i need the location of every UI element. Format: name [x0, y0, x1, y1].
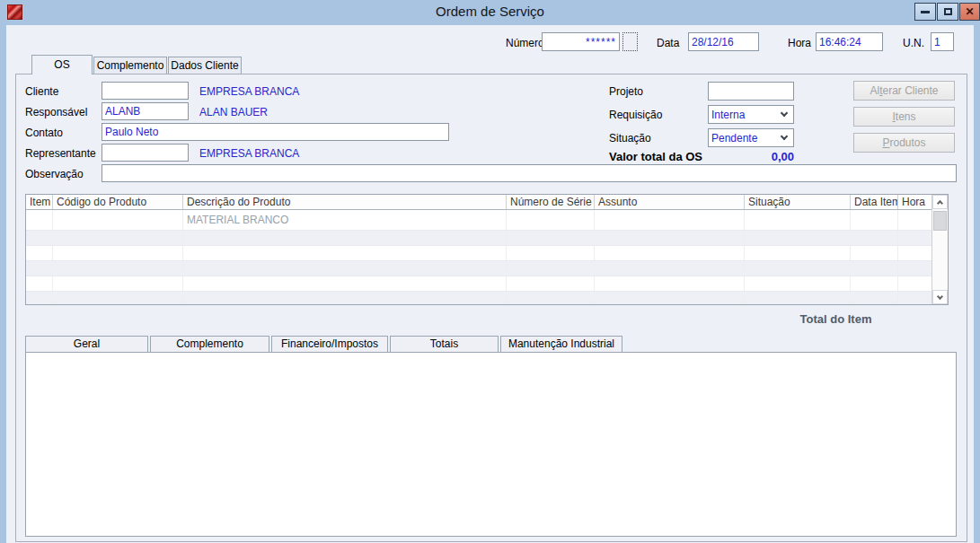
cell-hora: [898, 246, 931, 260]
window-title: Ordem de Serviço: [0, 4, 980, 19]
produtos-button[interactable]: Produtos: [853, 133, 955, 153]
cell-data-item: [851, 276, 898, 291]
column-header-assunto[interactable]: Assunto: [595, 195, 745, 209]
chevron-up-icon: [937, 200, 943, 206]
cell-situacao: [745, 276, 851, 291]
tab-complemento[interactable]: Complemento: [93, 57, 167, 74]
cell-numero-serie: [507, 261, 595, 276]
numero-label: Número: [506, 37, 544, 49]
table-row[interactable]: [26, 231, 948, 246]
cell-numero-serie: [507, 292, 595, 305]
maximize-icon: [944, 8, 952, 15]
minimize-icon: [921, 11, 930, 13]
tab-totais[interactable]: Totais: [390, 336, 499, 353]
cell-assunto: [595, 231, 745, 245]
observacao-input[interactable]: [102, 164, 957, 182]
service-order-window: Ordem de Serviço ✕ Número Data Hora U.N.…: [0, 0, 980, 543]
valor-total-value: 0,00: [710, 150, 794, 163]
button-label-part: tens: [896, 110, 916, 123]
data-input[interactable]: [688, 32, 759, 51]
column-header-situacao[interactable]: Situação: [745, 195, 851, 209]
maximize-button[interactable]: [937, 3, 958, 21]
representante-code-input[interactable]: [102, 144, 189, 162]
scroll-down-button[interactable]: [932, 290, 948, 304]
cliente-label: Cliente: [25, 85, 58, 98]
observacao-label: Observação: [25, 168, 84, 180]
tab-geral[interactable]: Geral: [25, 336, 148, 353]
cell-descricao: MATERIAL BRANCO: [183, 210, 507, 230]
situacao-select[interactable]: Pendente: [708, 128, 794, 147]
projeto-input[interactable]: [708, 82, 794, 101]
numero-browse-button[interactable]: [622, 32, 638, 51]
cell-descricao: [183, 231, 507, 245]
responsavel-label: Responsável: [25, 106, 87, 118]
table-row[interactable]: [26, 292, 948, 305]
cell-codigo: [53, 231, 183, 245]
data-label: Data: [657, 37, 679, 49]
scroll-up-button[interactable]: [932, 195, 948, 209]
valor-total-label: Valor total da OS: [609, 150, 702, 163]
table-row[interactable]: [26, 261, 948, 276]
column-header-item[interactable]: Item: [26, 195, 53, 209]
cell-descricao: [183, 292, 507, 305]
cliente-code-input[interactable]: [102, 82, 189, 100]
responsavel-code-input[interactable]: [102, 102, 189, 120]
cell-item: [26, 276, 53, 291]
scroll-thumb[interactable]: [933, 211, 947, 231]
representante-label: Representante: [25, 147, 96, 160]
cell-assunto: [595, 276, 745, 291]
table-row[interactable]: MATERIAL BRANCO: [26, 210, 948, 231]
un-label: U.N.: [903, 37, 924, 49]
cell-data-item: [851, 246, 898, 260]
column-header-descricao-produto[interactable]: Descrição do Produto: [183, 195, 507, 209]
cell-numero-serie: [507, 276, 595, 291]
itens-button[interactable]: Itens: [853, 107, 955, 127]
cell-assunto: [595, 261, 745, 276]
minimize-button[interactable]: [914, 3, 936, 21]
total-do-item-label: Total do Item: [753, 312, 919, 326]
cell-hora: [898, 261, 931, 276]
requisicao-value: Interna: [709, 109, 781, 121]
table-row[interactable]: [26, 246, 948, 261]
contato-input[interactable]: [102, 123, 449, 141]
situacao-label: Situação: [609, 132, 651, 145]
tab-manutencao-industrial[interactable]: Manutenção Industrial: [500, 336, 622, 353]
detail-panel: [25, 352, 957, 537]
column-header-numero-serie[interactable]: Número de Série: [507, 195, 595, 209]
cell-hora: [898, 231, 931, 245]
cliente-name-text: EMPRESA BRANCA: [199, 85, 299, 98]
cell-hora: [898, 292, 931, 305]
tab-financeiro-impostos[interactable]: Financeiro/Impostos: [271, 336, 388, 353]
column-header-hora[interactable]: Hora: [898, 195, 931, 209]
column-header-data-item[interactable]: Data Item: [851, 195, 898, 209]
un-input[interactable]: [931, 32, 954, 51]
cell-descricao: [183, 276, 507, 291]
cell-data-item: [851, 292, 898, 305]
numero-input[interactable]: [542, 32, 620, 51]
representante-name-text: EMPRESA BRANCA: [199, 147, 299, 160]
titlebar: Ordem de Serviço ✕: [0, 0, 980, 25]
table-row[interactable]: [26, 276, 948, 292]
button-label-part: rodutos: [889, 136, 925, 149]
button-label-part: erar Cliente: [882, 84, 938, 97]
projeto-label: Projeto: [609, 85, 643, 98]
hora-input[interactable]: [816, 32, 883, 51]
table-scrollbar: [931, 195, 948, 304]
close-button[interactable]: ✕: [959, 3, 980, 21]
requisicao-select[interactable]: Interna: [708, 105, 794, 124]
cell-situacao: [745, 292, 851, 305]
tab-dados-cliente[interactable]: Dados Cliente: [168, 57, 242, 74]
column-header-codigo-produto[interactable]: Código do Produto: [53, 195, 183, 209]
cell-item: [26, 292, 53, 305]
cell-hora: [898, 276, 931, 291]
cell-assunto: [595, 246, 745, 260]
cell-numero-serie: [507, 210, 595, 230]
cell-item: [26, 261, 53, 276]
cell-numero-serie: [507, 246, 595, 260]
cell-assunto: [595, 292, 745, 305]
tab-os[interactable]: OS: [31, 55, 93, 74]
tab-complemento-bottom[interactable]: Complemento: [150, 336, 269, 353]
cell-data-item: [851, 210, 898, 230]
requisicao-label: Requisição: [609, 109, 662, 121]
alterar-cliente-button[interactable]: Alterar Cliente: [853, 81, 955, 101]
